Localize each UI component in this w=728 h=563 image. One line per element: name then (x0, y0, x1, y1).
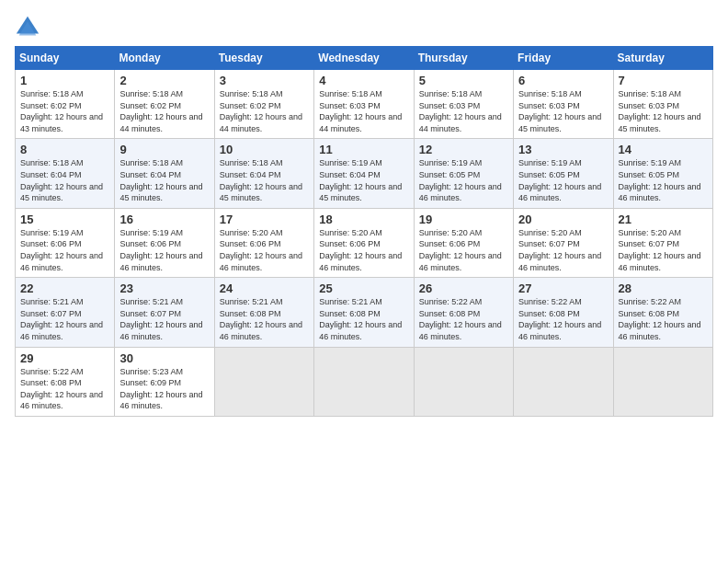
calendar-cell (214, 347, 313, 416)
calendar-cell: 10 Sunrise: 5:18 AM Sunset: 6:04 PM Dayl… (214, 139, 313, 208)
logo-icon (15, 15, 40, 40)
day-info: Sunrise: 5:18 AM Sunset: 6:04 PM Dayligh… (220, 157, 309, 203)
page-header (15, 15, 713, 40)
calendar-cell: 25 Sunrise: 5:21 AM Sunset: 6:08 PM Dayl… (314, 278, 414, 347)
day-number: 17 (220, 213, 309, 226)
day-number: 3 (220, 74, 309, 87)
calendar-cell: 6 Sunrise: 5:18 AM Sunset: 6:03 PM Dayli… (514, 70, 613, 139)
day-number: 12 (419, 143, 508, 156)
calendar-row: 8 Sunrise: 5:18 AM Sunset: 6:04 PM Dayli… (16, 139, 713, 208)
calendar-header-row: Sunday Monday Tuesday Wednesday Thursday… (16, 47, 713, 70)
calendar-cell: 14 Sunrise: 5:19 AM Sunset: 6:05 PM Dayl… (613, 139, 712, 208)
col-wednesday: Wednesday (314, 47, 414, 70)
day-number: 24 (220, 282, 309, 295)
day-info: Sunrise: 5:18 AM Sunset: 6:03 PM Dayligh… (619, 88, 708, 134)
day-info: Sunrise: 5:20 AM Sunset: 6:06 PM Dayligh… (220, 227, 309, 273)
col-thursday: Thursday (414, 47, 513, 70)
calendar-cell: 5 Sunrise: 5:18 AM Sunset: 6:03 PM Dayli… (414, 70, 513, 139)
calendar-cell: 21 Sunrise: 5:20 AM Sunset: 6:07 PM Dayl… (613, 208, 712, 277)
day-info: Sunrise: 5:19 AM Sunset: 6:06 PM Dayligh… (119, 227, 209, 273)
day-number: 19 (419, 213, 508, 226)
day-info: Sunrise: 5:20 AM Sunset: 6:06 PM Dayligh… (319, 227, 408, 273)
day-info: Sunrise: 5:21 AM Sunset: 6:08 PM Dayligh… (220, 296, 309, 342)
day-info: Sunrise: 5:22 AM Sunset: 6:08 PM Dayligh… (419, 296, 508, 342)
day-number: 29 (20, 351, 109, 365)
day-info: Sunrise: 5:22 AM Sunset: 6:08 PM Dayligh… (518, 296, 608, 342)
day-number: 5 (419, 74, 508, 87)
day-info: Sunrise: 5:19 AM Sunset: 6:05 PM Dayligh… (619, 157, 708, 203)
day-number: 20 (518, 213, 608, 226)
calendar-cell: 26 Sunrise: 5:22 AM Sunset: 6:08 PM Dayl… (414, 278, 513, 347)
calendar-cell (314, 347, 414, 416)
day-number: 16 (119, 213, 209, 226)
calendar-cell: 27 Sunrise: 5:22 AM Sunset: 6:08 PM Dayl… (514, 278, 613, 347)
day-info: Sunrise: 5:19 AM Sunset: 6:05 PM Dayligh… (518, 157, 608, 203)
calendar-row: 15 Sunrise: 5:19 AM Sunset: 6:06 PM Dayl… (16, 208, 713, 277)
day-info: Sunrise: 5:18 AM Sunset: 6:03 PM Dayligh… (419, 88, 508, 134)
calendar-cell: 18 Sunrise: 5:20 AM Sunset: 6:06 PM Dayl… (314, 208, 414, 277)
calendar-cell: 9 Sunrise: 5:18 AM Sunset: 6:04 PM Dayli… (115, 139, 214, 208)
day-number: 14 (619, 143, 708, 156)
day-number: 1 (20, 74, 109, 87)
calendar-cell: 12 Sunrise: 5:19 AM Sunset: 6:05 PM Dayl… (414, 139, 513, 208)
day-info: Sunrise: 5:21 AM Sunset: 6:08 PM Dayligh… (319, 296, 408, 342)
day-number: 13 (518, 143, 608, 156)
day-number: 10 (220, 143, 309, 156)
col-friday: Friday (514, 47, 613, 70)
day-number: 28 (619, 282, 708, 295)
day-info: Sunrise: 5:21 AM Sunset: 6:07 PM Dayligh… (119, 296, 209, 342)
day-number: 23 (119, 282, 209, 295)
day-info: Sunrise: 5:19 AM Sunset: 6:05 PM Dayligh… (419, 157, 508, 203)
calendar-cell: 3 Sunrise: 5:18 AM Sunset: 6:02 PM Dayli… (214, 70, 313, 139)
day-info: Sunrise: 5:21 AM Sunset: 6:07 PM Dayligh… (20, 296, 109, 342)
day-info: Sunrise: 5:18 AM Sunset: 6:02 PM Dayligh… (119, 88, 209, 134)
day-number: 15 (20, 213, 109, 226)
day-info: Sunrise: 5:22 AM Sunset: 6:08 PM Dayligh… (20, 366, 109, 412)
calendar-cell: 30 Sunrise: 5:23 AM Sunset: 6:09 PM Dayl… (115, 347, 214, 416)
day-info: Sunrise: 5:20 AM Sunset: 6:07 PM Dayligh… (619, 227, 708, 273)
calendar-cell: 11 Sunrise: 5:19 AM Sunset: 6:04 PM Dayl… (314, 139, 414, 208)
day-number: 25 (319, 282, 408, 295)
col-monday: Monday (115, 47, 214, 70)
calendar-cell: 17 Sunrise: 5:20 AM Sunset: 6:06 PM Dayl… (214, 208, 313, 277)
calendar-cell: 4 Sunrise: 5:18 AM Sunset: 6:03 PM Dayli… (314, 70, 414, 139)
day-number: 30 (119, 351, 209, 365)
day-info: Sunrise: 5:18 AM Sunset: 6:03 PM Dayligh… (319, 88, 408, 134)
day-info: Sunrise: 5:20 AM Sunset: 6:07 PM Dayligh… (518, 227, 608, 273)
day-number: 4 (319, 74, 408, 87)
day-number: 9 (119, 143, 209, 156)
day-number: 8 (20, 143, 109, 156)
day-info: Sunrise: 5:23 AM Sunset: 6:09 PM Dayligh… (119, 366, 209, 412)
day-number: 18 (319, 213, 408, 226)
calendar-cell: 15 Sunrise: 5:19 AM Sunset: 6:06 PM Dayl… (16, 208, 115, 277)
calendar-cell: 20 Sunrise: 5:20 AM Sunset: 6:07 PM Dayl… (514, 208, 613, 277)
calendar-cell: 22 Sunrise: 5:21 AM Sunset: 6:07 PM Dayl… (16, 278, 115, 347)
col-tuesday: Tuesday (214, 47, 313, 70)
day-info: Sunrise: 5:19 AM Sunset: 6:06 PM Dayligh… (20, 227, 109, 273)
calendar-cell: 24 Sunrise: 5:21 AM Sunset: 6:08 PM Dayl… (214, 278, 313, 347)
day-info: Sunrise: 5:18 AM Sunset: 6:02 PM Dayligh… (220, 88, 309, 134)
day-info: Sunrise: 5:19 AM Sunset: 6:04 PM Dayligh… (319, 157, 408, 203)
day-info: Sunrise: 5:18 AM Sunset: 6:04 PM Dayligh… (20, 157, 109, 203)
calendar-cell: 1 Sunrise: 5:18 AM Sunset: 6:02 PM Dayli… (16, 70, 115, 139)
calendar-row: 29 Sunrise: 5:22 AM Sunset: 6:08 PM Dayl… (16, 347, 713, 416)
calendar-cell (613, 347, 712, 416)
day-info: Sunrise: 5:22 AM Sunset: 6:08 PM Dayligh… (619, 296, 708, 342)
logo (15, 15, 44, 40)
day-number: 2 (119, 74, 209, 87)
calendar-cell: 28 Sunrise: 5:22 AM Sunset: 6:08 PM Dayl… (613, 278, 712, 347)
col-sunday: Sunday (16, 47, 115, 70)
calendar-row: 1 Sunrise: 5:18 AM Sunset: 6:02 PM Dayli… (16, 70, 713, 139)
calendar-cell: 29 Sunrise: 5:22 AM Sunset: 6:08 PM Dayl… (16, 347, 115, 416)
col-saturday: Saturday (613, 47, 712, 70)
calendar-cell (414, 347, 513, 416)
calendar-cell: 13 Sunrise: 5:19 AM Sunset: 6:05 PM Dayl… (514, 139, 613, 208)
day-number: 27 (518, 282, 608, 295)
day-number: 11 (319, 143, 408, 156)
calendar-cell: 19 Sunrise: 5:20 AM Sunset: 6:06 PM Dayl… (414, 208, 513, 277)
calendar-cell: 7 Sunrise: 5:18 AM Sunset: 6:03 PM Dayli… (613, 70, 712, 139)
calendar-cell: 16 Sunrise: 5:19 AM Sunset: 6:06 PM Dayl… (115, 208, 214, 277)
calendar-cell (514, 347, 613, 416)
day-number: 26 (419, 282, 508, 295)
day-number: 21 (619, 213, 708, 226)
